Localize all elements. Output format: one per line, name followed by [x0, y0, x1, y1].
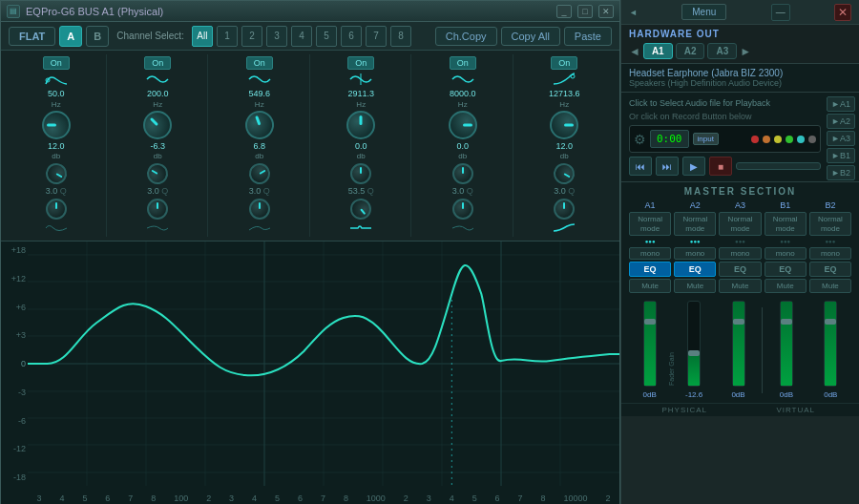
- panel-menu-button[interactable]: Menu: [681, 4, 726, 20]
- band1-on-button[interactable]: On: [43, 56, 70, 70]
- tab-left-arrow[interactable]: ◄: [629, 45, 640, 58]
- ch-copy-button[interactable]: Ch.Copy: [435, 27, 497, 46]
- fader-b2-track[interactable]: [824, 301, 837, 387]
- band5-q-knob[interactable]: [452, 199, 473, 220]
- reel-orange: [763, 136, 770, 143]
- reel-gray: [808, 136, 816, 143]
- close-button[interactable]: ✕: [598, 5, 614, 18]
- panel-left-arrow[interactable]: ◄: [629, 8, 638, 17]
- band2-freq-knob[interactable]: [137, 105, 178, 145]
- ch-a2-mode-btn[interactable]: Normalmode: [674, 212, 716, 236]
- band5-freq-knob[interactable]: [449, 111, 477, 139]
- fader-a3-handle[interactable]: [733, 319, 744, 325]
- band2-gain-knob[interactable]: [143, 158, 172, 187]
- band4-freq-knob[interactable]: [346, 111, 375, 139]
- button-b[interactable]: B: [86, 26, 109, 47]
- fader-b1-handle[interactable]: [781, 319, 792, 325]
- fader-a3-track[interactable]: [732, 301, 745, 387]
- band5-gain-knob[interactable]: [452, 163, 473, 184]
- band3-q-knob[interactable]: [249, 199, 270, 220]
- ch-a3-mode-btn[interactable]: Normalmode: [719, 212, 761, 236]
- band6-gain-knob[interactable]: [550, 158, 578, 187]
- ch-a2-mono-btn[interactable]: mono: [674, 247, 716, 260]
- fader-a1-track[interactable]: Fader Gain: [643, 301, 657, 387]
- band5-unit: Hz: [458, 100, 468, 109]
- band6-on-button[interactable]: On: [551, 56, 577, 70]
- ch-b1-eq-btn[interactable]: EQ: [765, 262, 807, 277]
- band5-type-icon: [450, 72, 476, 87]
- bottom-labels: PHYSICAL VIRTUAL: [621, 403, 859, 416]
- out-b1-button[interactable]: ►B1: [827, 148, 855, 163]
- band3-freq-knob[interactable]: [241, 107, 278, 143]
- band3-gain-knob[interactable]: [245, 158, 274, 187]
- ch-a1-eq-btn[interactable]: EQ: [629, 262, 671, 277]
- fader-b2-handle[interactable]: [825, 319, 836, 325]
- rewind-button[interactable]: ⏮: [629, 157, 652, 176]
- ch-b2-mode-btn[interactable]: Normalmode: [809, 212, 851, 236]
- band1-q-knob[interactable]: [46, 199, 67, 220]
- ch-a1-mute-btn[interactable]: Mute: [629, 279, 671, 293]
- ch-b1-mono-btn[interactable]: mono: [765, 247, 807, 260]
- band1-freq-knob[interactable]: [42, 111, 71, 139]
- channel-6-button[interactable]: 6: [341, 26, 362, 47]
- band2-on-button[interactable]: On: [144, 56, 171, 70]
- tab-a2[interactable]: A2: [676, 43, 705, 59]
- tab-right-arrow[interactable]: ►: [740, 45, 751, 58]
- channel-7-button[interactable]: 7: [366, 26, 387, 47]
- ch-b2-eq-btn[interactable]: EQ: [809, 262, 851, 277]
- channel-1-button[interactable]: 1: [217, 26, 238, 47]
- panel-minimize-button[interactable]: —: [771, 4, 790, 21]
- forward-button[interactable]: ⏭: [656, 157, 679, 176]
- ch-a3-mono-btn[interactable]: mono: [719, 247, 761, 260]
- ch-a1-mono-btn[interactable]: mono: [629, 247, 671, 260]
- band5-on-button[interactable]: On: [450, 56, 476, 70]
- channel-2-button[interactable]: 2: [241, 26, 262, 47]
- panel-close-button[interactable]: ✕: [834, 4, 851, 21]
- ch-a1-mode-btn[interactable]: Normalmode: [629, 212, 671, 236]
- copy-all-button[interactable]: Copy All: [501, 27, 560, 46]
- band6-freq-knob[interactable]: [550, 111, 578, 139]
- fader-a2-handle[interactable]: [688, 350, 700, 356]
- channel-4-button[interactable]: 4: [291, 26, 312, 47]
- band4-q-knob[interactable]: [346, 194, 376, 223]
- ch-b1-mode-btn[interactable]: Normalmode: [765, 212, 807, 236]
- fader-b1-track[interactable]: [780, 301, 793, 387]
- band6-q-knob[interactable]: [554, 199, 575, 220]
- button-a[interactable]: A: [59, 26, 82, 47]
- band3-q: 3.0 Q: [249, 186, 270, 196]
- ch-a3-mute-btn[interactable]: Mute: [719, 279, 761, 293]
- band6-q: 3.0 Q: [554, 186, 575, 196]
- ch-b1-mute-btn[interactable]: Mute: [765, 279, 807, 293]
- band2-q-knob[interactable]: [147, 199, 168, 220]
- band4-on-button[interactable]: On: [347, 56, 374, 70]
- ch-b2-mute-btn[interactable]: Mute: [809, 279, 851, 293]
- paste-button[interactable]: Paste: [564, 27, 612, 46]
- out-a1-button[interactable]: ►A1: [827, 96, 855, 112]
- channel-5-button[interactable]: 5: [316, 26, 337, 47]
- fader-a1-handle[interactable]: [644, 319, 656, 325]
- out-a2-button[interactable]: ►A2: [827, 114, 855, 129]
- fader-a3: 0dB: [718, 301, 759, 399]
- tab-a1[interactable]: A1: [643, 43, 673, 59]
- flat-button[interactable]: FLAT: [9, 27, 55, 46]
- channel-all-button[interactable]: All: [192, 26, 213, 47]
- fader-a2-track[interactable]: [687, 301, 701, 387]
- band1-gain-knob[interactable]: [42, 158, 71, 187]
- stop-button[interactable]: ■: [709, 157, 732, 176]
- minimize-button[interactable]: _: [556, 5, 572, 18]
- band3-on-button[interactable]: On: [246, 56, 273, 70]
- ch-a2-eq-btn[interactable]: EQ: [674, 262, 716, 277]
- ch-a2-mute-btn[interactable]: Mute: [674, 279, 716, 293]
- play-button[interactable]: ▶: [682, 157, 705, 176]
- out-b2-button[interactable]: ►B2: [827, 165, 855, 180]
- x-label-6a: 6: [298, 494, 303, 503]
- ch-a3-eq-btn[interactable]: EQ: [719, 262, 761, 277]
- hw-out-label: HARDWARE OUT: [629, 29, 720, 39]
- tab-a3[interactable]: A3: [707, 43, 737, 59]
- band4-gain-knob[interactable]: [350, 163, 371, 184]
- maximize-button[interactable]: □: [577, 5, 593, 18]
- channel-8-button[interactable]: 8: [390, 26, 411, 47]
- out-a3-button[interactable]: ►A3: [827, 131, 855, 146]
- channel-3-button[interactable]: 3: [266, 26, 287, 47]
- ch-b2-mono-btn[interactable]: mono: [809, 247, 851, 260]
